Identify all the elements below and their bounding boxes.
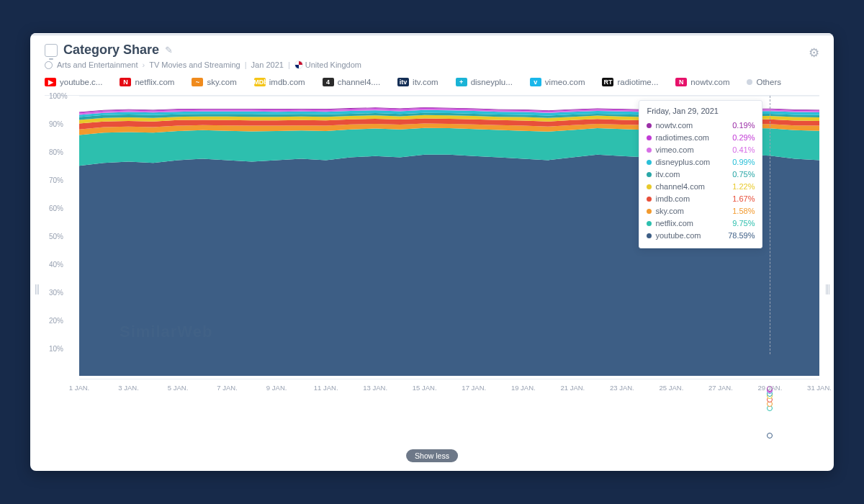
legend-label: channel4.... (338, 78, 380, 86)
tooltip-series-name: netflix.com (655, 217, 693, 230)
y-tick-label: 70% (49, 176, 63, 184)
breadcrumb-subcategory[interactable]: TV Movies and Streaming (149, 60, 240, 69)
legend-label: vimeo.com (545, 78, 585, 86)
tooltip-series-name: imdb.com (655, 193, 690, 205)
x-axis: 1 JAN.3 JAN.5 JAN.7 JAN.9 JAN.11 JAN.13 … (79, 379, 819, 397)
x-tick-label: 3 JAN. (118, 384, 139, 392)
tooltip-dot-icon (647, 221, 652, 226)
tooltip-row: sky.com1.58% (647, 205, 755, 217)
x-tick-label: 23 JAN. (610, 384, 634, 392)
breadcrumb-period: Jan 2021 (251, 60, 284, 69)
breadcrumb-divider: | (245, 60, 247, 69)
chart-area[interactable]: 10%20%30%40%50%60%70%80%90%100% SimilarW… (45, 95, 819, 397)
legend-item[interactable]: +disneyplu... (456, 78, 513, 86)
tooltip-series-name: disneyplus.com (655, 156, 710, 168)
panel-header: Category Share ✎ ⚙ (30, 35, 834, 60)
x-tick-label: 7 JAN. (217, 384, 238, 392)
tooltip-dot-icon (647, 160, 652, 165)
resize-handle-right[interactable] (824, 282, 831, 297)
x-tick-label: 17 JAN. (462, 384, 486, 392)
legend-label: imdb.com (269, 78, 305, 86)
chart-tooltip: Friday, Jan 29, 2021 nowtv.com0.19%radio… (639, 100, 762, 248)
y-tick-label: 90% (49, 120, 63, 128)
tooltip-row: netflix.com9.75% (647, 217, 755, 230)
legend-item[interactable]: RTradiotime... (602, 78, 658, 86)
legend-logo-icon: N (120, 78, 131, 86)
legend-item[interactable]: Nnowtv.com (675, 78, 729, 86)
tooltip-value: 0.19% (732, 120, 755, 132)
legend-item[interactable]: 4channel4.... (323, 78, 380, 86)
tooltip-value: 1.22% (732, 181, 755, 193)
legend-logo-icon: + (456, 78, 467, 86)
y-tick-label: 60% (49, 204, 63, 212)
resize-handle-left[interactable] (33, 282, 40, 297)
legend-item[interactable]: vvimeo.com (530, 78, 585, 86)
legend-item-others[interactable]: Others (747, 78, 781, 86)
legend-item[interactable]: ▶youtube.c... (45, 78, 102, 86)
tooltip-value: 0.75% (732, 168, 755, 181)
legend-label: nowtv.com (690, 78, 729, 86)
legend-logo-icon: itv (397, 78, 409, 86)
legend-logo-icon: RT (602, 78, 613, 86)
legend-item[interactable]: Nnetflix.com (120, 78, 174, 86)
breadcrumb-country-label: United Kingdom (305, 60, 361, 69)
monitor-icon (45, 44, 58, 57)
breadcrumb-country: United Kingdom (294, 60, 361, 69)
tooltip-series-name: sky.com (655, 205, 684, 217)
globe-icon (45, 61, 53, 69)
legend-label: radiotime... (617, 78, 658, 86)
tooltip-series-name: itv.com (655, 168, 680, 181)
legend-label: youtube.c... (60, 78, 102, 86)
x-tick-label: 11 JAN. (314, 384, 338, 392)
tooltip-value: 0.41% (732, 144, 755, 156)
legend-logo-icon: ~ (192, 78, 203, 86)
tooltip-dot-icon (647, 184, 652, 189)
legend-logo-icon: v (530, 78, 541, 86)
tooltip-series-name: nowtv.com (655, 120, 693, 132)
others-dot-icon (747, 79, 752, 85)
tooltip-dot-icon (647, 233, 652, 238)
tooltip-row: channel4.com1.22% (647, 181, 755, 193)
breadcrumb-category[interactable]: Arts and Entertainment (57, 60, 138, 69)
tooltip-series-name: channel4.com (655, 181, 705, 193)
x-tick-label: 27 JAN. (708, 384, 733, 392)
legend-logo-icon: 4 (323, 78, 334, 86)
x-tick-label: 13 JAN. (363, 384, 387, 392)
legend-label: disneyplu... (471, 78, 513, 86)
tooltip-series-name: vimeo.com (655, 144, 693, 156)
edit-icon[interactable]: ✎ (165, 45, 173, 55)
y-tick-label: 40% (49, 261, 63, 269)
legend-item[interactable]: ~sky.com (192, 78, 236, 86)
y-tick-label: 30% (49, 289, 63, 297)
x-tick-label: 19 JAN. (511, 384, 536, 392)
legend-label: Others (756, 78, 781, 86)
chart-panel: Category Share ✎ ⚙ Arts and Entertainmen… (30, 33, 834, 471)
legend-label: itv.com (413, 78, 438, 86)
hover-line (770, 96, 770, 354)
y-tick-label: 10% (49, 345, 63, 353)
legend-label: sky.com (207, 78, 236, 86)
breadcrumb-divider2: | (288, 60, 290, 69)
show-less-button[interactable]: Show less (406, 449, 458, 462)
tooltip-row: vimeo.com0.41% (647, 144, 755, 156)
plot-area[interactable]: SimilarWeb Friday, Jan 29, 2021 nowtv.co… (79, 96, 819, 376)
tooltip-value: 1.58% (732, 205, 755, 217)
legend-item[interactable]: IMDbimdb.com (254, 78, 305, 86)
tooltip-rows: nowtv.com0.19%radiotimes.com0.29%vimeo.c… (647, 120, 755, 242)
legend-logo-icon: N (675, 78, 687, 86)
tooltip-value: 9.75% (732, 217, 755, 230)
legend: ▶youtube.c...Nnetflix.com~sky.comIMDbimd… (30, 73, 834, 92)
tooltip-dot-icon (647, 209, 652, 214)
tooltip-dot-icon (647, 197, 652, 202)
legend-logo-icon: ▶ (45, 78, 56, 86)
legend-item[interactable]: itvitv.com (397, 78, 438, 86)
gear-icon[interactable]: ⚙ (809, 45, 819, 60)
tooltip-row: imdb.com1.67% (647, 193, 755, 205)
tooltip-row: youtube.com78.59% (647, 230, 755, 242)
x-tick-label: 1 JAN. (69, 384, 90, 392)
y-tick-label: 20% (49, 317, 63, 325)
tooltip-value: 1.67% (732, 193, 755, 205)
tooltip-value: 78.59% (728, 230, 755, 242)
tooltip-dot-icon (647, 172, 652, 177)
y-axis: 10%20%30%40%50%60%70%80%90%100% (45, 96, 79, 376)
